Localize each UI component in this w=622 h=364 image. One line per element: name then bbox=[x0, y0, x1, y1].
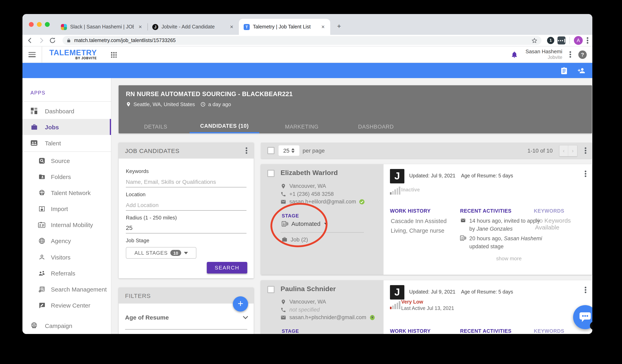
sidebar-item-internal-mobility[interactable]: Internal Mobility bbox=[22, 217, 111, 233]
job-link[interactable]: Job (2) bbox=[282, 236, 308, 243]
card-menu-icon[interactable] bbox=[585, 287, 586, 293]
candidate-name[interactable]: Elizabeth Warlord bbox=[281, 169, 338, 177]
apps-grid-icon[interactable] bbox=[110, 52, 117, 57]
extension-badge[interactable]: 1 bbox=[547, 37, 554, 44]
stepper-arrows-icon[interactable] bbox=[292, 148, 295, 153]
sidebar-item-talent-network[interactable]: Talent Network bbox=[22, 185, 111, 201]
hamburger-menu-icon[interactable] bbox=[28, 52, 36, 57]
input-underline bbox=[126, 210, 247, 211]
address-bar[interactable]: match.talemetry.com/job_talentlists/1573… bbox=[62, 36, 542, 45]
recent-activities-title: RECENT ACTIVITIES bbox=[460, 328, 512, 334]
sidebar-item-talent[interactable]: Talent bbox=[22, 135, 111, 151]
person-icon bbox=[38, 254, 45, 261]
sidebar-item-visitors[interactable]: Visitors bbox=[22, 249, 111, 265]
forward-icon[interactable] bbox=[38, 37, 45, 44]
sidebar-item-jobs[interactable]: Jobs bbox=[22, 119, 111, 135]
add-candidate-icon[interactable] bbox=[578, 67, 585, 74]
minimize-window-button[interactable] bbox=[37, 22, 42, 27]
candidate-name[interactable]: Paulina Schnider bbox=[281, 285, 336, 293]
keywords-empty-text: No Keywords Available bbox=[535, 217, 592, 231]
next-page-button[interactable]: › bbox=[568, 145, 577, 156]
radius-input[interactable]: 25 bbox=[126, 224, 247, 231]
job-stage-dropdown[interactable]: ALL STAGES 10 bbox=[126, 247, 196, 259]
app-header: TALEMETRY BY JOBVITE Sasan Hashemi Jobvi… bbox=[22, 46, 592, 63]
sidebar-item-review-center[interactable]: Review Center bbox=[22, 297, 111, 313]
notifications-bell-icon[interactable] bbox=[511, 51, 518, 58]
card-menu-icon[interactable] bbox=[585, 171, 586, 177]
keywords-input[interactable]: Name, Email, Skills or Qualifications bbox=[126, 179, 247, 185]
sidebar: APPS Dashboard Jobs Talent bbox=[22, 78, 111, 334]
chat-bubble-icon bbox=[579, 312, 591, 322]
per-page-label: per page bbox=[303, 147, 325, 154]
new-tab-button[interactable]: + bbox=[333, 21, 345, 33]
close-tab-icon[interactable]: ✕ bbox=[229, 24, 235, 30]
browser-tab-talemetry[interactable]: T Talemetry | Job Talent List ✕ bbox=[239, 19, 330, 35]
browser-menu-icon[interactable] bbox=[587, 37, 588, 44]
prev-page-button[interactable]: ‹ bbox=[560, 145, 568, 156]
sidebar-item-search-management[interactable]: Search Management bbox=[22, 281, 111, 297]
list-menu-icon[interactable] bbox=[585, 147, 586, 154]
window-controls[interactable] bbox=[29, 22, 50, 27]
filter-age-of-resume[interactable]: Age of Resume bbox=[125, 314, 247, 321]
keywords-title: KEYWORDS bbox=[534, 208, 564, 214]
user-name: Sasan Hashemi bbox=[525, 49, 562, 55]
sidebar-item-dashboard[interactable]: Dashboard bbox=[22, 103, 111, 119]
browser-profile-avatar[interactable]: A bbox=[574, 36, 583, 45]
tab-candidates[interactable]: CANDIDATES (10) bbox=[190, 120, 259, 133]
mail-icon bbox=[460, 218, 466, 223]
help-icon[interactable]: ? bbox=[578, 50, 587, 59]
search-gear-icon bbox=[38, 286, 45, 293]
job-candidates-panel: JOB CANDIDATES Keywords Name, Email, Ski… bbox=[119, 143, 254, 278]
logo-subtext: BY JOBVITE bbox=[75, 56, 97, 60]
candidate-summary: Paulina Schnider Vancouver, WA not speci… bbox=[261, 280, 384, 334]
sidebar-item-source[interactable]: Source bbox=[22, 153, 111, 169]
zoom-window-button[interactable] bbox=[45, 22, 50, 27]
action-bar bbox=[22, 63, 592, 78]
bookmark-star-icon[interactable] bbox=[531, 37, 537, 43]
location-label: Location bbox=[126, 191, 247, 198]
referrals-people-icon bbox=[38, 270, 45, 277]
candidate-phone: +1 (236) 458 3258 bbox=[289, 191, 334, 197]
browser-tab-jobvite[interactable]: J Jobvite - Add Candidate ✕ bbox=[148, 19, 239, 35]
location-input[interactable]: Add Location bbox=[126, 202, 247, 208]
keywords-title: KEYWORDS bbox=[534, 328, 564, 334]
tab-details[interactable]: DETAILS bbox=[132, 120, 179, 133]
candidate-checkbox[interactable] bbox=[267, 170, 274, 177]
search-button[interactable]: SEARCH bbox=[207, 262, 247, 273]
close-window-button[interactable] bbox=[29, 22, 34, 27]
clipboard-icon[interactable] bbox=[560, 67, 568, 74]
add-filter-button[interactable]: + bbox=[233, 296, 248, 311]
sidebar-item-agency[interactable]: Agency bbox=[22, 233, 111, 249]
sidebar-item-folders[interactable]: Folders bbox=[22, 169, 111, 185]
import-icon bbox=[38, 205, 45, 212]
app-overflow-menu-icon[interactable] bbox=[569, 52, 571, 58]
select-all-checkbox[interactable] bbox=[267, 147, 274, 154]
browser-tab-strip: Slack | Sasan Hashemi | JOBVI ✕ J Jobvit… bbox=[22, 14, 592, 35]
tab-dashboard[interactable]: DASHBOARD bbox=[353, 120, 399, 133]
talemetry-logo[interactable]: TALEMETRY BY JOBVITE bbox=[49, 49, 97, 60]
user-menu[interactable]: Sasan Hashemi Jobvite bbox=[525, 49, 562, 60]
panel-menu-icon[interactable] bbox=[246, 147, 247, 154]
close-tab-icon[interactable]: ✕ bbox=[137, 24, 143, 30]
jobvite-favicon: J bbox=[152, 24, 158, 30]
password-manager-icon[interactable] bbox=[558, 36, 565, 44]
candidate-phone: not specified bbox=[289, 307, 320, 313]
stage-dropdown[interactable]: Automated bbox=[282, 220, 328, 227]
back-icon[interactable] bbox=[26, 37, 34, 44]
chevron-down-icon bbox=[243, 314, 248, 319]
sidebar-item-import[interactable]: Import bbox=[22, 201, 111, 217]
job-stage-label: Job Stage bbox=[126, 237, 247, 243]
url-text[interactable]: match.talemetry.com/job_talentlists/1573… bbox=[74, 38, 176, 43]
stage-card-icon bbox=[460, 236, 466, 241]
candidate-checkbox[interactable] bbox=[267, 286, 274, 293]
per-page-stepper[interactable]: 25 bbox=[278, 145, 299, 156]
show-more-link[interactable]: show more bbox=[496, 255, 522, 261]
close-tab-icon[interactable]: ✕ bbox=[320, 24, 326, 30]
work-history-text: Cascade Inn Assisted Living, Charge nurs… bbox=[391, 216, 447, 236]
sidebar-item-campaign[interactable]: Campaign bbox=[22, 318, 111, 334]
talemetry-favicon: T bbox=[244, 24, 250, 30]
sidebar-item-referrals[interactable]: Referrals bbox=[22, 265, 111, 281]
browser-tab-slack[interactable]: Slack | Sasan Hashemi | JOBVI ✕ bbox=[56, 19, 148, 35]
reload-icon[interactable] bbox=[49, 37, 56, 44]
tab-marketing[interactable]: MARKETING bbox=[281, 120, 323, 133]
